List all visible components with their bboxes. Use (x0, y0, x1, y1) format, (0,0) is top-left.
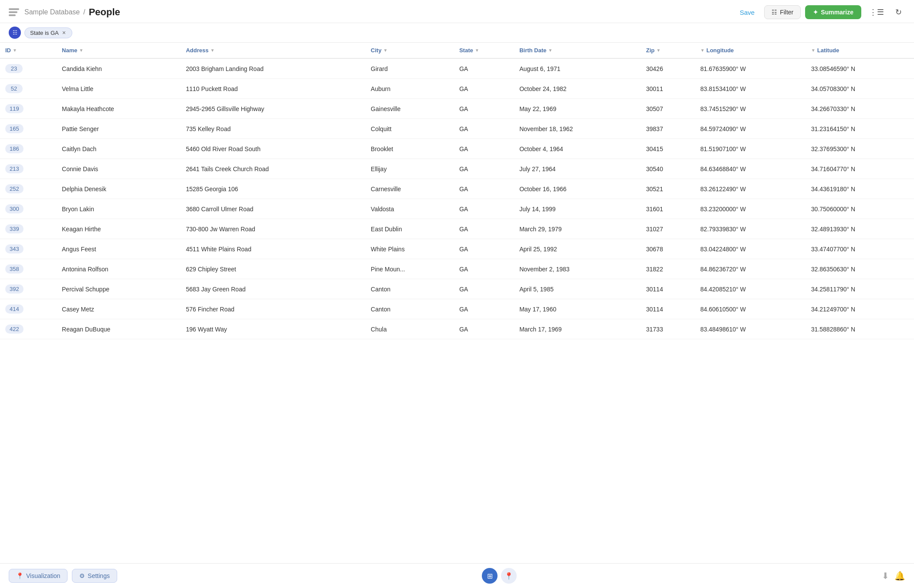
id-badge: 52 (5, 84, 23, 93)
table-row[interactable]: 422Reagan DuBuque196 Wyatt WayChulaGAMar… (0, 319, 914, 339)
cell-birth_date: May 17, 1960 (514, 299, 641, 319)
cell-latitude: 34.25811790° N (806, 279, 914, 299)
data-table: ID ▼ Name ▼ Address ▼ (0, 43, 914, 339)
filter-icon-button[interactable]: ☷ (9, 27, 21, 39)
col-header-address[interactable]: Address ▼ (181, 43, 366, 58)
table-header: ID ▼ Name ▼ Address ▼ (0, 43, 914, 58)
cell-name: Casey Metz (57, 299, 181, 319)
cell-longitude: 83.48498610° W (695, 319, 806, 339)
cell-city: Valdosta (366, 199, 454, 219)
col-header-id[interactable]: ID ▼ (0, 43, 57, 58)
table-row[interactable]: 300Bryon Lakin3680 Carroll Ulmer RoadVal… (0, 199, 914, 219)
cell-name: Makayla Heathcote (57, 99, 181, 119)
cell-zip: 30415 (641, 139, 695, 159)
sort-icon-id: ▼ (13, 48, 17, 53)
cell-address: 2945-2965 Gillsville Highway (181, 99, 366, 119)
title-area: Sample Database / People (9, 6, 120, 18)
table-row[interactable]: 343Angus Feest4511 White Plains RoadWhit… (0, 239, 914, 259)
cell-longitude: 84.42085210° W (695, 279, 806, 299)
cell-state: GA (454, 99, 514, 119)
cell-state: GA (454, 219, 514, 239)
id-badge: 339 (5, 224, 24, 233)
col-header-longitude[interactable]: ▼ Longitude (695, 43, 806, 58)
col-header-birth-date[interactable]: Birth Date ▼ (514, 43, 641, 58)
table-row[interactable]: 339Keagan Hirthe730-800 Jw Warren RoadEa… (0, 219, 914, 239)
col-header-zip[interactable]: Zip ▼ (641, 43, 695, 58)
col-header-state[interactable]: State ▼ (454, 43, 514, 58)
cell-longitude: 83.74515290° W (695, 99, 806, 119)
breadcrumb-separator: / (83, 8, 85, 16)
cell-state: GA (454, 139, 514, 159)
cell-id: 414 (0, 299, 57, 319)
table-row[interactable]: 414Casey Metz576 Fincher RoadCantonGAMay… (0, 299, 914, 319)
id-badge: 300 (5, 204, 24, 213)
refresh-button[interactable]: ↻ (892, 6, 905, 19)
settings-button[interactable]: ⚙ Settings (72, 569, 117, 583)
cell-id: 165 (0, 119, 57, 139)
cell-state: GA (454, 58, 514, 79)
cell-zip: 31733 (641, 319, 695, 339)
table-row[interactable]: 52Velma Little1110 Puckett RoadAuburnGAO… (0, 79, 914, 99)
sort-icon-state: ▼ (475, 48, 479, 53)
cell-birth_date: October 24, 1982 (514, 79, 641, 99)
bottom-left: 📍 Visualization ⚙ Settings (9, 569, 117, 583)
table-row[interactable]: 252Delphia Denesik15285 Georgia 106Carne… (0, 179, 914, 199)
top-actions: Save ☷ Filter ✦ Summarize ⋮☰ ↻ (735, 5, 905, 19)
bottom-right: ⬇ 🔔 (882, 571, 905, 581)
id-badge: 358 (5, 264, 24, 274)
notification-button[interactable]: 🔔 (894, 571, 905, 581)
cell-latitude: 32.48913930° N (806, 219, 914, 239)
table-view-button[interactable]: ⊞ (482, 568, 498, 584)
cell-name: Velma Little (57, 79, 181, 99)
cell-zip: 31601 (641, 199, 695, 219)
filter-button[interactable]: ☷ Filter (764, 5, 801, 19)
id-badge: 119 (5, 104, 24, 113)
id-badge: 252 (5, 184, 24, 193)
table-row[interactable]: 186Caitlyn Dach5460 Old River Road South… (0, 139, 914, 159)
filter-bar: ☷ State is GA × (0, 23, 914, 43)
col-header-city[interactable]: City ▼ (366, 43, 454, 58)
table-row[interactable]: 358Antonina Rolfson629 Chipley StreetPin… (0, 259, 914, 279)
visualization-button[interactable]: 📍 Visualization (9, 569, 68, 583)
cell-city: Girard (366, 58, 454, 79)
table-row[interactable]: 119Makayla Heathcote2945-2965 Gillsville… (0, 99, 914, 119)
cell-latitude: 31.23164150° N (806, 119, 914, 139)
cell-state: GA (454, 159, 514, 179)
cell-city: East Dublin (366, 219, 454, 239)
cell-latitude: 34.43619180° N (806, 179, 914, 199)
cell-state: GA (454, 259, 514, 279)
cell-city: Ellijay (366, 159, 454, 179)
summarize-button[interactable]: ✦ Summarize (805, 5, 861, 19)
plus-icon: ✦ (813, 9, 818, 16)
table-body: 23Candida Kiehn2003 Brigham Landing Road… (0, 58, 914, 339)
row-view-button[interactable]: ⋮☰ (866, 6, 887, 19)
save-button[interactable]: Save (735, 6, 760, 19)
cell-birth_date: May 22, 1969 (514, 99, 641, 119)
cell-id: 339 (0, 219, 57, 239)
pin-view-button[interactable]: 📍 (501, 568, 517, 584)
cell-longitude: 83.04224800° W (695, 239, 806, 259)
cell-birth_date: July 27, 1964 (514, 159, 641, 179)
table-row[interactable]: 213Connie Davis2641 Tails Creek Church R… (0, 159, 914, 179)
cell-city: Carnesville (366, 179, 454, 199)
table-row[interactable]: 165Pattie Senger735 Kelley RoadColquittG… (0, 119, 914, 139)
cell-city: Auburn (366, 79, 454, 99)
col-header-latitude[interactable]: ▼ Latitude (806, 43, 914, 58)
col-header-name[interactable]: Name ▼ (57, 43, 181, 58)
cell-name: Percival Schuppe (57, 279, 181, 299)
settings-label: Settings (88, 572, 110, 579)
table-row[interactable]: 392Percival Schuppe5683 Jay Green RoadCa… (0, 279, 914, 299)
cell-id: 52 (0, 79, 57, 99)
cell-name: Candida Kiehn (57, 58, 181, 79)
cell-zip: 31822 (641, 259, 695, 279)
cell-name: Reagan DuBuque (57, 319, 181, 339)
cell-longitude: 82.79339830° W (695, 219, 806, 239)
cell-longitude: 81.67635900° W (695, 58, 806, 79)
table-row[interactable]: 23Candida Kiehn2003 Brigham Landing Road… (0, 58, 914, 79)
cell-zip: 30507 (641, 99, 695, 119)
filter-tag-close[interactable]: × (61, 30, 67, 36)
cell-state: GA (454, 179, 514, 199)
id-badge: 23 (5, 64, 23, 73)
download-button[interactable]: ⬇ (882, 571, 889, 581)
cell-birth_date: November 2, 1983 (514, 259, 641, 279)
